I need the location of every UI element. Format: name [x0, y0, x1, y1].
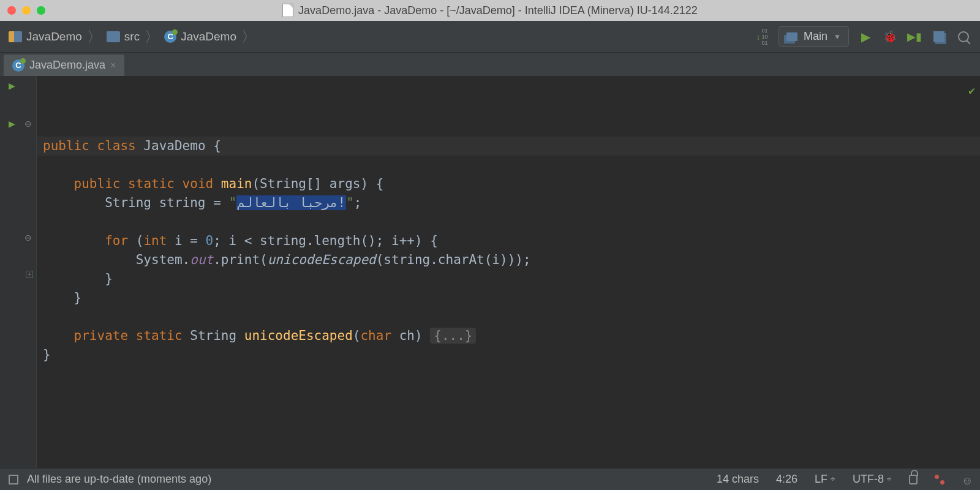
inspection-indicator[interactable]: ✔	[968, 81, 975, 100]
editor-tab[interactable]: C JavaDemo.java ×	[4, 55, 124, 76]
code-area[interactable]: ✔ public class JavaDemo { public static …	[37, 76, 980, 468]
run-button[interactable]: ▶	[858, 29, 873, 45]
sort-button[interactable]: ↓ 01 10 01	[754, 29, 770, 45]
file-icon	[282, 4, 293, 17]
run-gutter-icon[interactable]: ▶	[9, 119, 15, 129]
fold-end-icon[interactable]: ⊖	[24, 233, 32, 243]
folder-icon	[107, 31, 120, 42]
tool-window-icon[interactable]	[9, 475, 18, 484]
editor-gutter[interactable]: ▶ ▶ ⊖ ⊖ +	[0, 76, 37, 468]
crumb-label: JavaDemo	[181, 30, 236, 43]
status-bar: All files are up-to-date (moments ago) 1…	[0, 468, 980, 490]
coverage-button[interactable]: ▶▮	[907, 29, 922, 45]
window-titlebar: JavaDemo.java - JavaDemo - [~/JavaDemo] …	[0, 0, 980, 21]
debug-button[interactable]: 🐞	[882, 29, 898, 45]
breadcrumb-separator: 〉	[87, 27, 102, 47]
stop-button[interactable]	[931, 29, 947, 45]
run-config-icon	[786, 32, 797, 41]
editor-tabs: C JavaDemo.java ×	[0, 53, 980, 76]
run-config-selector[interactable]: Main ▼	[778, 26, 849, 47]
chevron-down-icon: ▼	[834, 32, 841, 41]
breadcrumb: JavaDemo 〉 src 〉 C JavaDemo 〉	[9, 27, 257, 47]
search-icon	[958, 31, 969, 42]
run-config-label: Main	[804, 30, 827, 43]
window-maximize-button[interactable]	[37, 6, 45, 15]
selection-length: 14 chars	[717, 473, 759, 486]
fold-start-icon[interactable]: ⊖	[24, 119, 32, 129]
readonly-toggle-icon[interactable]	[909, 475, 918, 484]
navigation-bar: JavaDemo 〉 src 〉 C JavaDemo 〉 ↓ 01 10 01…	[0, 21, 980, 53]
memory-indicator-icon[interactable]: ☺	[962, 475, 971, 484]
project-icon	[9, 31, 22, 42]
breadcrumb-separator: 〉	[241, 27, 256, 47]
crumb-label: src	[124, 30, 140, 43]
crumb-class[interactable]: C JavaDemo	[164, 30, 236, 43]
window-close-button[interactable]	[7, 6, 16, 15]
window-title: JavaDemo.java - JavaDemo - [~/JavaDemo] …	[298, 4, 698, 17]
breadcrumb-separator: 〉	[145, 27, 159, 47]
class-icon: C	[12, 59, 24, 72]
crumb-src[interactable]: src	[107, 30, 140, 43]
caret-position[interactable]: 4:26	[776, 473, 797, 486]
crumb-label: JavaDemo	[26, 30, 82, 43]
class-icon: C	[164, 31, 176, 43]
toolbar-actions: ↓ 01 10 01 Main ▼ ▶ 🐞 ▶▮	[754, 26, 971, 47]
tab-label: JavaDemo.java	[29, 59, 105, 72]
breakpoints-icon[interactable]	[935, 475, 944, 484]
file-encoding[interactable]: UTF-8≑	[853, 473, 892, 486]
close-tab-button[interactable]: ×	[110, 60, 116, 71]
line-separator[interactable]: LF≑	[815, 473, 835, 486]
editor: ▶ ▶ ⊖ ⊖ + ✔ public class JavaDemo { publ…	[0, 76, 980, 468]
crumb-project[interactable]: JavaDemo	[9, 30, 82, 43]
run-gutter-icon[interactable]: ▶	[9, 81, 15, 91]
status-message: All files are up-to-date (moments ago)	[27, 473, 211, 486]
fold-expand-icon[interactable]: +	[26, 271, 33, 278]
search-button[interactable]	[956, 29, 971, 45]
window-minimize-button[interactable]	[22, 6, 31, 15]
